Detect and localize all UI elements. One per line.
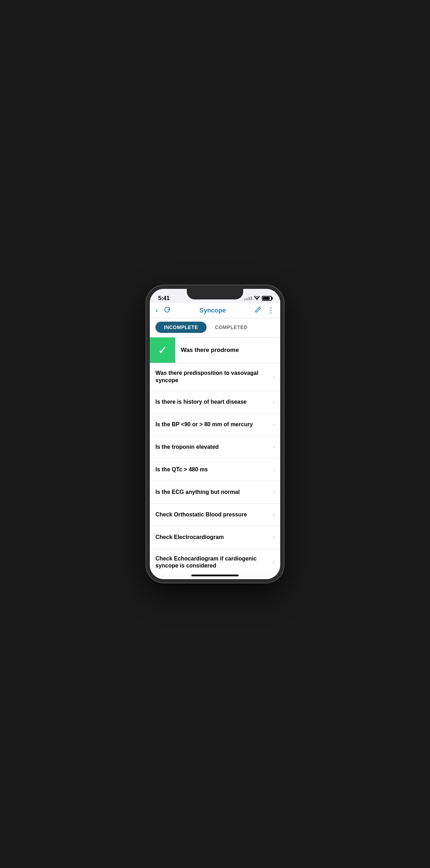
status-time: 5:41 (158, 295, 170, 302)
list-item[interactable]: Check Echocardiogram if cardiogenic sync… (150, 549, 280, 577)
chevron-right-icon: › (273, 512, 275, 518)
list-container: Was there predisposition to vasovagal sy… (150, 363, 280, 579)
list-item[interactable]: Is there is history of heart disease › (150, 391, 280, 414)
back-button[interactable]: ‹ (155, 306, 158, 315)
list-item[interactable]: Is the troponin elevated › (150, 436, 280, 459)
chevron-right-icon: › (273, 399, 275, 405)
chevron-right-icon: › (273, 489, 275, 495)
list-item-text: Was there predisposition to vasovagal sy… (155, 370, 273, 384)
list-item-text: Is the QTc > 480 ms (155, 466, 273, 473)
list-item[interactable]: Check Electrocardiogram › (150, 526, 280, 549)
check-box-green: ✓ (150, 337, 175, 363)
chevron-right-icon: › (273, 444, 275, 450)
nav-right: ⋮ (254, 306, 275, 315)
check-icon: ✓ (158, 343, 167, 357)
refresh-button[interactable] (164, 306, 171, 315)
tab-incomplete[interactable]: INCOMPLETE (155, 322, 207, 333)
completed-item-text: Was there prodrome (175, 342, 245, 359)
tab-completed[interactable]: COMPLETED (207, 322, 256, 333)
list-item[interactable]: Was there predisposition to vasovagal sy… (150, 363, 280, 391)
completed-first-item[interactable]: ✓ Was there prodrome (150, 337, 280, 363)
tab-bar: INCOMPLETE COMPLETED (150, 318, 280, 337)
signal-icon (244, 297, 252, 300)
nav-bar: ‹ Syncope ⋮ (150, 303, 280, 318)
list-item[interactable]: Is the BP <90 or > 80 mm of mercury › (150, 414, 280, 436)
chevron-right-icon: › (273, 374, 275, 380)
home-indicator[interactable] (191, 575, 239, 576)
list-item[interactable]: Is the ECG anything but normal › (150, 481, 280, 504)
list-item-text: Check Echocardiogram if cardiogenic sync… (155, 555, 273, 570)
list-item[interactable]: Causes of Non Cardiogenic syncope › (150, 576, 280, 579)
svg-point-0 (257, 300, 257, 300)
list-item-text: Is the troponin elevated (155, 444, 273, 451)
screen-content: ‹ Syncope ⋮ (150, 303, 280, 579)
list-item-text: Is there is history of heart disease (155, 398, 273, 406)
nav-left: ‹ (155, 306, 171, 315)
chevron-right-icon: › (273, 534, 275, 540)
edit-button[interactable] (254, 306, 262, 315)
battery-icon (262, 296, 272, 301)
page-title: Syncope (199, 307, 226, 314)
list-item-text: Is the BP <90 or > 80 mm of mercury (155, 421, 273, 428)
wifi-icon (254, 296, 260, 301)
more-options-button[interactable]: ⋮ (267, 306, 275, 315)
chevron-right-icon: › (273, 466, 275, 473)
notch (187, 289, 243, 299)
chevron-right-icon: › (273, 421, 275, 428)
list-item[interactable]: Is the QTc > 480 ms › (150, 459, 280, 481)
list-item[interactable]: Check Orthostatic Blood pressure › (150, 504, 280, 526)
list-item-text: Is the ECG anything but normal (155, 489, 273, 496)
list-item-text: Check Orthostatic Blood pressure (155, 511, 273, 519)
list-item-text: Check Electrocardiogram (155, 534, 273, 541)
screen: 5:41 (150, 289, 280, 579)
status-icons (244, 296, 272, 301)
chevron-right-icon: › (273, 559, 275, 565)
phone-frame: 5:41 (146, 285, 284, 583)
